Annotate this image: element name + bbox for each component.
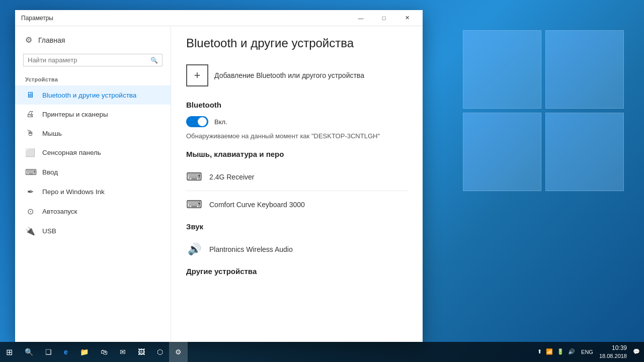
taskbar-right: ⬆ 📶 🔋 🔊 ENG 10:39 18.08.2018 💬 [529, 344, 644, 359]
maximize-button[interactable]: □ [372, 10, 395, 26]
photos-icon: 🖼 [138, 348, 145, 356]
sound-section-header: Звук [186, 222, 408, 231]
settings-icon: ⚙ [175, 348, 182, 356]
search-input[interactable] [28, 56, 150, 64]
window-title: Параметры [21, 15, 53, 22]
sidebar-item-pen[interactable]: ✒ Перо и Windows Ink [15, 182, 171, 202]
add-plus-icon: + [186, 64, 208, 86]
clock-time: 10:39 [599, 344, 627, 352]
notification-button[interactable]: 💬 [633, 348, 640, 355]
mail-icon: ✉ [120, 348, 126, 356]
search-button[interactable]: 🔍 [19, 342, 39, 362]
photos-button[interactable]: 🖼 [132, 342, 151, 362]
start-button[interactable]: ⊞ [0, 342, 19, 362]
taskbar-search-icon: 🔍 [25, 348, 33, 356]
clock: 10:39 18.08.2018 [595, 344, 631, 359]
device-name-audio: Plantronics Wireless Audio [209, 245, 293, 253]
device-name-keyboard: Comfort Curve Keyboard 3000 [209, 201, 305, 209]
window-controls: — □ ✕ [349, 10, 419, 26]
sidebar-item-printers[interactable]: 🖨 Принтеры и сканеры [15, 105, 171, 124]
autorun-icon: ⊙ [25, 207, 35, 216]
right-panel: Bluetooth и другие устройства + Добавлен… [171, 26, 423, 342]
sidebar-item-input[interactable]: ⌨ Ввод [15, 162, 171, 182]
sidebar-item-mouse[interactable]: 🖱 Мышь [15, 124, 171, 143]
desktop-decoration [463, 30, 624, 191]
mail-button[interactable]: ✉ [114, 342, 132, 362]
device-divider-1 [186, 191, 408, 191]
sidebar-item-autorun[interactable]: ⊙ Автозапуск [15, 202, 171, 221]
sidebar-item-touchpad[interactable]: ⬜ Сенсорная панель [15, 143, 171, 162]
add-device-button[interactable]: + Добавление Bluetooth или другого устро… [186, 60, 408, 90]
system-tray: ⬆ 📶 🔋 🔊 [533, 348, 579, 355]
close-button[interactable]: ✕ [395, 10, 419, 26]
sidebar-item-bluetooth[interactable]: 🖥 Bluetooth и другие устройства [15, 85, 171, 105]
task-view-icon: ❑ [45, 348, 52, 356]
usb-icon: 🔌 [25, 226, 35, 236]
tray-icon-3: 🔋 [557, 348, 564, 355]
language-indicator: ENG [581, 349, 593, 355]
sidebar-item-usb-label: USB [42, 227, 56, 235]
device-item-audio[interactable]: 🔊 Plantronics Wireless Audio [186, 238, 408, 261]
touchpad-icon: ⬜ [25, 148, 35, 157]
device-name-receiver: 2.4G Receiver [209, 173, 254, 181]
bluetooth-section-header: Bluetooth [186, 101, 408, 109]
tray-icon-1: ⬆ [537, 348, 542, 355]
sidebar-item-pen-label: Перо и Windows Ink [42, 188, 105, 196]
clock-date: 18.08.2018 [599, 352, 627, 359]
other-section-header: Другие устройства [186, 267, 408, 276]
sidebar-item-printers-label: Принтеры и сканеры [42, 111, 108, 118]
device-item-keyboard[interactable]: ⌨ Comfort Curve Keyboard 3000 [186, 193, 408, 216]
sidebar-item-input-label: Ввод [42, 168, 58, 176]
toggle-state-label: Вкл. [214, 118, 227, 126]
toggle-knob [198, 117, 207, 126]
task-view-button[interactable]: ❑ [39, 342, 58, 362]
sidebar-item-home[interactable]: ⚙ Главная [15, 30, 171, 50]
printers-icon: 🖨 [25, 110, 35, 119]
explorer-icon: 📁 [80, 348, 89, 356]
search-icon: 🔍 [150, 57, 158, 64]
bluetooth-toggle[interactable] [186, 116, 208, 127]
settings-button[interactable]: ⚙ [169, 342, 188, 362]
main-content: ⚙ Главная 🔍 Устройства 🖥 Bluetooth и дру… [15, 26, 423, 342]
store-icon: 🛍 [101, 348, 108, 356]
input-icon: ⌨ [25, 167, 35, 177]
bluetooth-icon: 🖥 [25, 90, 35, 100]
search-box: 🔍 [23, 54, 163, 66]
discovery-text: Обнаруживаемое на данный момент как "DES… [186, 132, 408, 140]
settings-window: Параметры — □ ✕ ⚙ Главная 🔍 Устройства [15, 10, 423, 342]
sidebar-item-mouse-label: Мышь [42, 130, 62, 137]
add-device-label: Добавление Bluetooth или другого устройс… [214, 71, 364, 79]
keyboard-icon-2: ⌨ [186, 198, 202, 211]
store-button[interactable]: 🛍 [95, 342, 114, 362]
bluetooth-toggle-row: Вкл. [186, 116, 408, 127]
tray-icon-2: 📶 [546, 348, 553, 355]
home-label: Главная [38, 36, 65, 44]
sidebar-item-touchpad-label: Сенсорная панель [42, 149, 101, 156]
taskbar-left: ⊞ 🔍 ❑ e 📁 🛍 ✉ 🖼 ⬡ ⚙ [0, 342, 188, 362]
speaker-icon: 🔊 [186, 243, 202, 256]
edge-button[interactable]: e [58, 342, 74, 362]
sidebar-section-label: Устройства [15, 70, 171, 85]
title-bar: Параметры — □ ✕ [15, 10, 423, 26]
cortana-button[interactable]: ⬡ [151, 342, 169, 362]
sidebar-item-bluetooth-label: Bluetooth и другие устройства [42, 92, 136, 99]
mouse-section-header: Мышь, клавиатура и перо [186, 150, 408, 158]
keyboard-icon-1: ⌨ [186, 170, 202, 184]
device-item-receiver[interactable]: ⌨ 2.4G Receiver [186, 165, 408, 189]
sidebar-item-autorun-label: Автозапуск [42, 208, 77, 215]
mouse-icon: 🖱 [25, 129, 35, 138]
home-icon: ⚙ [25, 35, 32, 45]
minimize-button[interactable]: — [349, 10, 372, 26]
tray-icon-4: 🔊 [568, 348, 575, 355]
sidebar-item-usb[interactable]: 🔌 USB [15, 221, 171, 241]
pen-icon: ✒ [25, 187, 35, 197]
sidebar: ⚙ Главная 🔍 Устройства 🖥 Bluetooth и дру… [15, 26, 171, 342]
taskbar: ⊞ 🔍 ❑ e 📁 🛍 ✉ 🖼 ⬡ ⚙ ⬆ 📶 [0, 342, 644, 362]
edge-icon: e [64, 348, 68, 356]
explorer-button[interactable]: 📁 [74, 342, 95, 362]
page-title: Bluetooth и другие устройства [186, 36, 408, 50]
cortana-icon: ⬡ [157, 348, 163, 356]
start-icon: ⊞ [6, 347, 13, 357]
